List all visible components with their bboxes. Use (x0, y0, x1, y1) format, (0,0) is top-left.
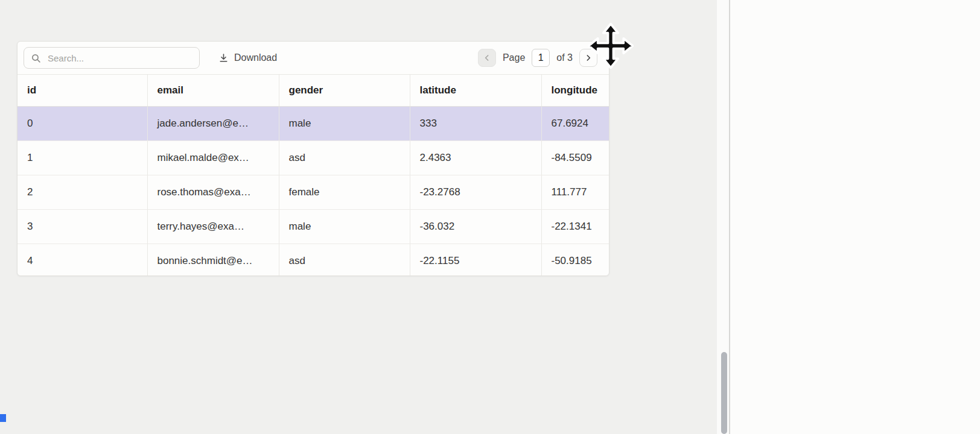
table-row[interactable]: 4 bonnie.schmidt@e… asd -22.1155 -50.918… (18, 244, 609, 277)
search-icon (31, 53, 41, 63)
cell-email[interactable]: rose.thomas@exa… (147, 175, 279, 210)
total-pages: 3 (567, 52, 573, 63)
scrollbar-thumb[interactable] (721, 352, 727, 434)
of-label: of (556, 52, 564, 63)
cell-latitude[interactable]: -23.2768 (410, 175, 541, 210)
data-table: id email gender latitude longitude 0 jad… (18, 75, 609, 276)
cell-latitude[interactable]: 333 (410, 107, 541, 141)
chevron-right-icon (584, 53, 593, 63)
search-input-wrapper[interactable] (24, 47, 200, 69)
table-header-row: id email gender latitude longitude (18, 75, 609, 107)
cell-email[interactable]: mikael.malde@ex… (147, 141, 279, 175)
cell-gender[interactable]: male (279, 107, 410, 141)
cell-gender[interactable]: asd (279, 141, 410, 175)
pagination: Page of 3 (478, 49, 597, 67)
app-canvas: { "toolbar": { "search": { "placeholder"… (0, 0, 980, 434)
page-number-input[interactable] (532, 49, 550, 67)
download-button[interactable]: Download (215, 50, 281, 66)
cell-latitude[interactable]: 2.4363 (410, 141, 541, 175)
table-row[interactable]: 3 terry.hayes@exa… male -36.032 -22.1341 (18, 210, 609, 244)
cell-longitude[interactable]: -84.5509 (541, 141, 609, 175)
table-row[interactable]: 2 rose.thomas@exa… female -23.2768 111.7… (18, 175, 609, 210)
cell-longitude[interactable]: -22.1341 (541, 210, 609, 244)
cell-longitude[interactable]: -50.9185 (541, 244, 609, 277)
prev-page-button[interactable] (478, 49, 496, 67)
column-header-longitude: longitude (541, 75, 609, 107)
blue-indicator (0, 414, 6, 422)
table-row[interactable]: 0 jade.andersen@e… male 333 67.6924 (18, 107, 609, 141)
cell-id[interactable]: 0 (18, 107, 147, 141)
cell-email[interactable]: terry.hayes@exa… (147, 210, 279, 244)
next-page-button[interactable] (579, 49, 597, 67)
cell-longitude[interactable]: 111.777 (541, 175, 609, 210)
grid-toolbar: Download Page of 3 (18, 42, 609, 75)
cell-latitude[interactable]: -22.1155 (410, 244, 541, 277)
cell-id[interactable]: 3 (18, 210, 147, 244)
download-label: Download (234, 52, 277, 63)
data-grid-card: Download Page of 3 id email gen (17, 41, 609, 276)
download-icon (218, 53, 229, 63)
column-header-id: id (18, 75, 147, 107)
column-header-email: email (147, 75, 279, 107)
page-of-total: of 3 (556, 52, 573, 63)
cell-latitude[interactable]: -36.032 (410, 210, 541, 244)
page-label: Page (503, 52, 525, 63)
cell-id[interactable]: 1 (18, 141, 147, 175)
cell-gender[interactable]: asd (279, 244, 410, 277)
cell-email[interactable]: jade.andersen@e… (147, 107, 279, 141)
cell-longitude[interactable]: 67.6924 (541, 107, 609, 141)
search-input[interactable] (46, 52, 192, 64)
cell-gender[interactable]: male (279, 210, 410, 244)
column-header-latitude: latitude (410, 75, 541, 107)
table-row[interactable]: 1 mikael.malde@ex… asd 2.4363 -84.5509 (18, 141, 609, 175)
cell-id[interactable]: 4 (18, 244, 147, 277)
cell-email[interactable]: bonnie.schmidt@e… (147, 244, 279, 277)
cell-id[interactable]: 2 (18, 175, 147, 210)
chevron-left-icon (482, 53, 492, 63)
cell-gender[interactable]: female (279, 175, 410, 210)
column-header-gender: gender (279, 75, 410, 107)
right-side-panel (730, 0, 980, 434)
